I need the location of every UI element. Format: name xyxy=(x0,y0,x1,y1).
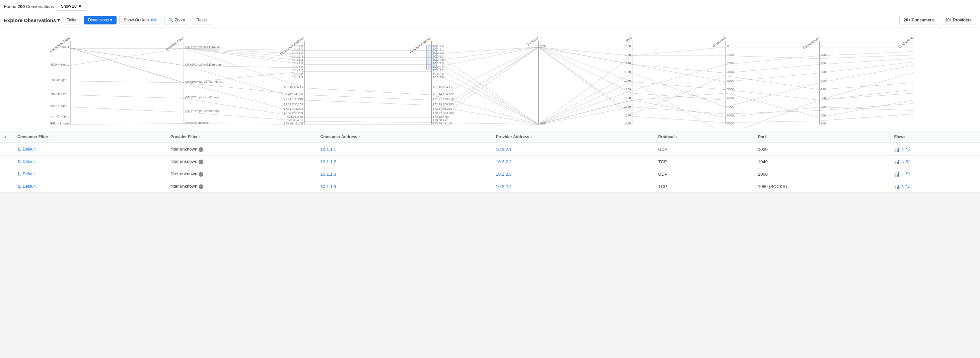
filter-column-header[interactable]: ⬦ xyxy=(0,131,13,143)
row-provider-address[interactable]: 10.2.2.3 xyxy=(492,168,654,181)
row-consumer-address[interactable]: 10.1.1.2 xyxy=(317,155,492,168)
port-tick-3: 1060 xyxy=(624,70,631,74)
table-container: ⬦ Consumer Filter ↑ Provider Filter ↕ Co… xyxy=(0,131,980,193)
protocol-header[interactable]: Protocol ↕ xyxy=(654,131,754,143)
explore-observations-title[interactable]: Explore Observations ▾ xyxy=(4,17,60,23)
providers-badge[interactable]: 20+ Providers xyxy=(941,16,976,24)
consumer-address-link[interactable]: 10.1.1.1 xyxy=(321,147,336,152)
wave-icon[interactable]: ∿ xyxy=(901,147,905,152)
zoom-label: Zoom xyxy=(175,18,185,22)
bc-tick-2: 2000 xyxy=(727,62,734,65)
consumer-address-link[interactable]: 10.1.1.3 xyxy=(321,172,336,177)
port-header[interactable]: Port ↕ xyxy=(754,131,890,143)
sort-both-icon: ↕ xyxy=(676,135,677,139)
consumer-address-header[interactable]: Consumer Address ↕ xyxy=(317,131,492,143)
default-badge[interactable]: ⇅ Default xyxy=(18,147,35,152)
row-flows: 📊 ∿ 🛡 xyxy=(890,155,980,168)
protocol-value: UDP xyxy=(658,172,667,177)
provider-address-link[interactable]: 10.2.2.1 xyxy=(496,147,512,152)
provider-address-link[interactable]: 10.2.2.2 xyxy=(496,159,512,164)
bar-chart-icon[interactable]: 📊 xyxy=(894,159,900,164)
shield-icon[interactable]: 🛡 xyxy=(906,171,911,177)
bc-tick-3: 3000 xyxy=(727,70,734,74)
ca-tick-13: 172.29.200.203 xyxy=(282,103,303,106)
sort-both-icon: ↕ xyxy=(199,135,200,139)
info-icon[interactable]: i xyxy=(199,184,203,189)
wave-icon[interactable]: ∿ xyxy=(901,184,905,189)
ca-tick-10: 10.115.184.11 xyxy=(284,85,303,89)
packetcount-label: Packetcount xyxy=(803,36,820,50)
reset-button[interactable]: Reset xyxy=(192,16,211,24)
provider-filter-header[interactable]: Provider Filter ↕ xyxy=(167,131,317,143)
consumer-address-link[interactable]: 10.1.1.4 xyxy=(321,184,336,189)
provider-filter-header-text: Provider Filter xyxy=(170,135,197,139)
line-row4 xyxy=(70,47,913,128)
ca-tick-2: 10.1.1.2 xyxy=(292,51,303,55)
info-icon[interactable]: i xyxy=(199,147,203,152)
row-consumer-filter: ⇅ Default xyxy=(13,168,167,181)
explore-bar: Explore Observations ▾ Taller Dimensions… xyxy=(0,13,980,27)
sort-both-icon: ↕ xyxy=(530,135,532,139)
provider-address-link[interactable]: 10.2.2.4 xyxy=(496,184,512,189)
wave-icon[interactable]: ∿ xyxy=(901,159,905,164)
protocol-header-text: Protocol xyxy=(658,135,675,139)
providers-label: 20+ Providers xyxy=(945,18,972,22)
dimensions-button[interactable]: Dimensions ▾ xyxy=(84,16,117,24)
conversations-label: Conversations xyxy=(26,4,54,9)
consumer-filter-value: Default xyxy=(23,159,35,164)
pa-tick-15: 173.37.233.209 xyxy=(433,111,453,114)
ca-tick-8: 10.1.1.8 xyxy=(292,72,303,75)
pa-tick-10: 10.115.184.11 xyxy=(433,85,452,89)
row-consumer-filter: ⇅ Default xyxy=(13,143,167,155)
row-port: 1020 xyxy=(754,143,890,155)
shield-icon[interactable]: 🛡 xyxy=(906,159,911,164)
taller-button[interactable]: Taller xyxy=(63,16,81,24)
bar-chart-icon[interactable]: 📊 xyxy=(894,171,900,177)
sort-both-icon: ↕ xyxy=(358,135,360,139)
row-provider-address[interactable]: 10.2.2.2 xyxy=(492,155,654,168)
info-icon[interactable]: i xyxy=(199,172,203,177)
row-protocol: TCP xyxy=(654,181,754,193)
shield-icon[interactable]: 🛡 xyxy=(906,147,911,152)
protocol-value: TCP xyxy=(658,159,667,164)
row-protocol: TCP xyxy=(654,155,754,168)
wave-icon[interactable]: ∿ xyxy=(901,172,905,176)
default-badge[interactable]: ⇅ Default xyxy=(18,184,35,189)
row-consumer-address[interactable]: 10.1.1.3 xyxy=(317,168,492,181)
protocol-label: Protocol xyxy=(527,36,539,46)
row-port: 1040 xyxy=(754,155,890,168)
show-outliers-button[interactable]: Show Outliers trial xyxy=(119,16,161,24)
pa-tick-8: 10.2.2.8 xyxy=(433,72,444,75)
bar-chart-icon[interactable]: 📊 xyxy=(894,184,900,189)
consumer-address-link[interactable]: 10.1.1.2 xyxy=(321,159,336,164)
provider-filter-value: filter unknown xyxy=(170,184,197,189)
consumer-filter-label: Consumer Filter xyxy=(49,36,71,53)
zoom-button[interactable]: 🔍 Zoom xyxy=(164,16,189,24)
pa-tick-14: 173.37.95.224 xyxy=(433,107,452,111)
pc-tick-2: 200 xyxy=(821,62,826,65)
consumers-badge[interactable]: 20+ Consumers xyxy=(899,16,938,24)
shield-icon[interactable]: 🛡 xyxy=(906,184,911,189)
default-badge[interactable]: ⇅ Default xyxy=(18,159,35,164)
row-consumer-address[interactable]: 10.1.1.1 xyxy=(317,143,492,155)
provider-address-header[interactable]: Provider Address ↕ xyxy=(492,131,654,143)
row-provider-address[interactable]: 10.2.2.1 xyxy=(492,143,654,155)
row-provider-address[interactable]: 10.2.2.4 xyxy=(492,181,654,193)
bytecount-label: Bytecount xyxy=(712,36,727,48)
row-provider-filter: filter unknown i xyxy=(167,181,317,193)
port-tick-6: 1120 xyxy=(624,97,631,100)
pc-tick-7: 700 xyxy=(821,105,826,108)
table-row: ⇅ Default filter unknown i 10.1.1.3 10.2… xyxy=(0,168,980,181)
port-label: Port xyxy=(625,36,632,43)
provider-address-link[interactable]: 10.2.2.3 xyxy=(496,172,512,177)
cf-tick-1: -dci04n-isec... xyxy=(50,63,69,66)
default-badge[interactable]: ⇅ Default xyxy=(18,171,35,177)
bc-tick-7: 7000 xyxy=(727,105,734,108)
protocol-value: UDP xyxy=(658,147,667,152)
row-select-cell xyxy=(0,143,13,155)
info-icon[interactable]: i xyxy=(199,160,203,164)
bar-chart-icon[interactable]: 📊 xyxy=(894,147,900,152)
consumer-filter-header[interactable]: Consumer Filter ↑ xyxy=(13,131,167,143)
row-consumer-address[interactable]: 10.1.1.4 xyxy=(317,181,492,193)
show-dropdown[interactable]: Show 20 ▼ xyxy=(57,2,86,11)
